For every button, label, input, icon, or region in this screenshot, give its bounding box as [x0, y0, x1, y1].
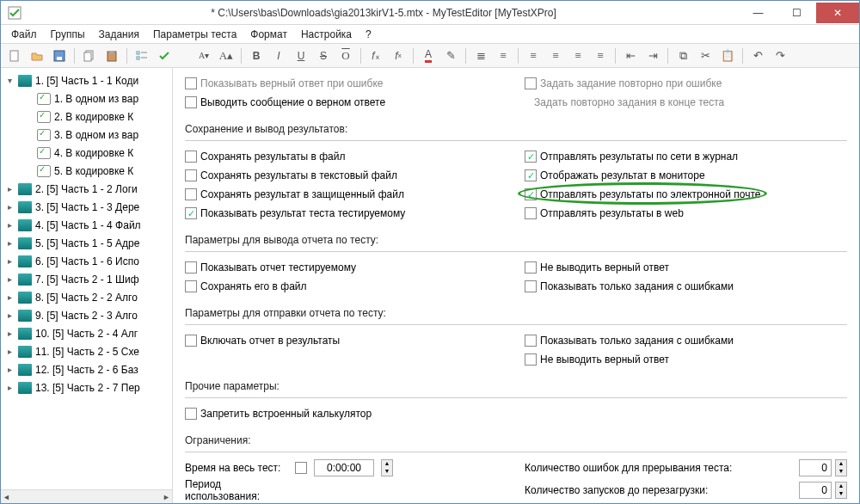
- tb-sup-icon[interactable]: fx: [388, 46, 408, 65]
- menu-settings[interactable]: Настройка: [294, 27, 359, 42]
- num-input[interactable]: [799, 482, 832, 499]
- tree-item[interactable]: 2. В кодировке К: [54, 111, 133, 123]
- tb-redo-icon[interactable]: ↷: [770, 46, 790, 65]
- tree-item[interactable]: 9. [5] Часть 2 - 3 Алго: [35, 310, 138, 322]
- menu-format[interactable]: Формат: [243, 27, 294, 42]
- tb-sub-icon[interactable]: fₓ: [366, 46, 386, 65]
- tree-item[interactable]: 5. В кодировке К: [54, 165, 133, 177]
- tb-check-icon[interactable]: [154, 46, 175, 65]
- tree-item[interactable]: 8. [5] Часть 2 - 2 Алго: [35, 292, 138, 304]
- tb-italic-icon[interactable]: I: [268, 46, 289, 65]
- opt-label: Не выводить верный ответ: [540, 353, 669, 366]
- tree-item[interactable]: 10. [5] Часть 2 - 4 Алг: [35, 328, 138, 340]
- horizontal-scrollbar[interactable]: ◄►: [1, 489, 172, 503]
- tree-root[interactable]: 1. [5] Часть 1 - 1 Коди: [35, 75, 138, 87]
- checkbox[interactable]: [185, 261, 197, 274]
- tb-underline-icon[interactable]: U: [291, 46, 311, 65]
- tb-indent-inc-icon[interactable]: ⇥: [642, 46, 663, 65]
- checkbox-email[interactable]: [525, 188, 537, 200]
- tb-color-icon[interactable]: A: [418, 46, 439, 65]
- tb-align-left-icon[interactable]: ≡: [523, 46, 544, 65]
- tb-strike-icon[interactable]: S: [313, 46, 334, 65]
- tb-new-icon[interactable]: [4, 46, 25, 65]
- opt-label: Отправлять результаты в web: [540, 207, 684, 219]
- menu-file[interactable]: Файл: [4, 27, 44, 42]
- tb-align-center-icon[interactable]: ≡: [545, 46, 566, 65]
- folder-icon: [18, 201, 32, 213]
- checkbox[interactable]: [525, 335, 537, 347]
- tb-font-inc-icon[interactable]: A▴: [216, 46, 236, 65]
- opt-label: Сохранять результаты в файл: [200, 151, 345, 163]
- tb-font-dec-icon[interactable]: A▾: [194, 46, 214, 65]
- tb-highlight-icon[interactable]: ✎: [440, 46, 461, 65]
- checkbox[interactable]: [525, 169, 537, 181]
- menu-groups[interactable]: Группы: [44, 27, 92, 42]
- tree-item[interactable]: 3. В одном из вар: [54, 129, 138, 141]
- tb-bold-icon[interactable]: B: [246, 46, 267, 65]
- checkbox[interactable]: [185, 188, 197, 200]
- checkbox[interactable]: [185, 335, 197, 347]
- folder-icon: [18, 382, 32, 394]
- checkbox[interactable]: [185, 280, 197, 292]
- time-input[interactable]: [314, 459, 374, 476]
- tb-ul-icon[interactable]: ≣: [470, 46, 491, 65]
- folder-icon: [18, 219, 32, 231]
- task-icon: [37, 129, 51, 141]
- tb-paste2-icon[interactable]: 📋: [717, 46, 738, 65]
- folder-icon: [18, 328, 32, 340]
- tree-item[interactable]: 11. [5] Часть 2 - 5 Схе: [35, 346, 139, 358]
- num-input[interactable]: [799, 459, 832, 476]
- checkbox[interactable]: [295, 462, 307, 474]
- checkbox[interactable]: [525, 353, 537, 366]
- close-button[interactable]: ✕: [816, 3, 859, 23]
- tb-align-justify-icon[interactable]: ≡: [590, 46, 611, 65]
- tb-paste-icon[interactable]: [101, 46, 122, 65]
- tree-item[interactable]: 5. [5] Часть 1 - 5 Адре: [35, 237, 139, 249]
- tb-overline-icon[interactable]: O: [335, 46, 356, 65]
- opt-label: Отображать результат в мониторе: [540, 169, 705, 181]
- checkbox[interactable]: [525, 207, 537, 219]
- tree-item[interactable]: 13. [5] Часть 2 - 7 Пер: [35, 382, 140, 394]
- tree-item[interactable]: 2. [5] Часть 1 - 2 Логи: [35, 183, 138, 195]
- tree-item[interactable]: 4. В кодировке К: [54, 147, 133, 159]
- tb-indent-dec-icon[interactable]: ⇤: [620, 46, 641, 65]
- tb-copy2-icon[interactable]: ⧉: [673, 46, 693, 65]
- checkbox[interactable]: [525, 151, 537, 163]
- checkbox[interactable]: [525, 261, 537, 274]
- tree-item[interactable]: 1. В одном из вар: [54, 93, 138, 105]
- tb-align-right-icon[interactable]: ≡: [568, 46, 588, 65]
- tb-open-icon[interactable]: [27, 46, 47, 65]
- opt-label: Выводить сообщение о верном ответе: [200, 96, 385, 108]
- tree-item[interactable]: 4. [5] Часть 1 - 4 Файл: [35, 219, 141, 231]
- checkbox[interactable]: [525, 77, 537, 89]
- section-header: Сохранение и вывод результатов:: [185, 123, 847, 135]
- checkbox[interactable]: [185, 96, 197, 108]
- checkbox[interactable]: [185, 77, 197, 89]
- tree-item[interactable]: 7. [5] Часть 2 - 1 Шиф: [35, 274, 139, 286]
- tree[interactable]: ▾1. [5] Часть 1 - 1 Коди 1. В одном из в…: [1, 68, 172, 489]
- checkbox[interactable]: [185, 169, 197, 181]
- tree-item[interactable]: 12. [5] Часть 2 - 6 Баз: [35, 364, 138, 376]
- opt-label: Задать задание повторно при ошибке: [540, 77, 722, 89]
- label: Время на весь тест:: [185, 462, 288, 474]
- tb-undo-icon[interactable]: ↶: [747, 46, 768, 65]
- checkbox[interactable]: [185, 207, 197, 219]
- opt-label: Сохранять его в файл: [200, 280, 307, 292]
- tb-cut-icon[interactable]: ✂: [695, 46, 716, 65]
- checkbox[interactable]: [185, 151, 197, 163]
- svg-rect-9: [137, 57, 139, 59]
- tb-checklist-icon[interactable]: [132, 46, 152, 65]
- tb-save-icon[interactable]: [49, 46, 70, 65]
- minimize-button[interactable]: —: [739, 3, 777, 23]
- tb-ol-icon[interactable]: ≡: [493, 46, 513, 65]
- tb-copy-icon[interactable]: [79, 46, 100, 65]
- checkbox[interactable]: [525, 280, 537, 292]
- menu-tasks[interactable]: Задания: [92, 27, 146, 42]
- tree-item[interactable]: 3. [5] Часть 1 - 3 Дере: [35, 201, 139, 213]
- menu-test-params[interactable]: Параметры теста: [146, 27, 243, 42]
- maximize-button[interactable]: ☐: [777, 3, 816, 23]
- tree-item[interactable]: 6. [5] Часть 1 - 6 Испо: [35, 255, 139, 267]
- checkbox[interactable]: [185, 408, 197, 420]
- menu-help[interactable]: ?: [359, 27, 378, 42]
- settings-panel[interactable]: Показывать верный ответ при ошибке Задат…: [173, 68, 859, 503]
